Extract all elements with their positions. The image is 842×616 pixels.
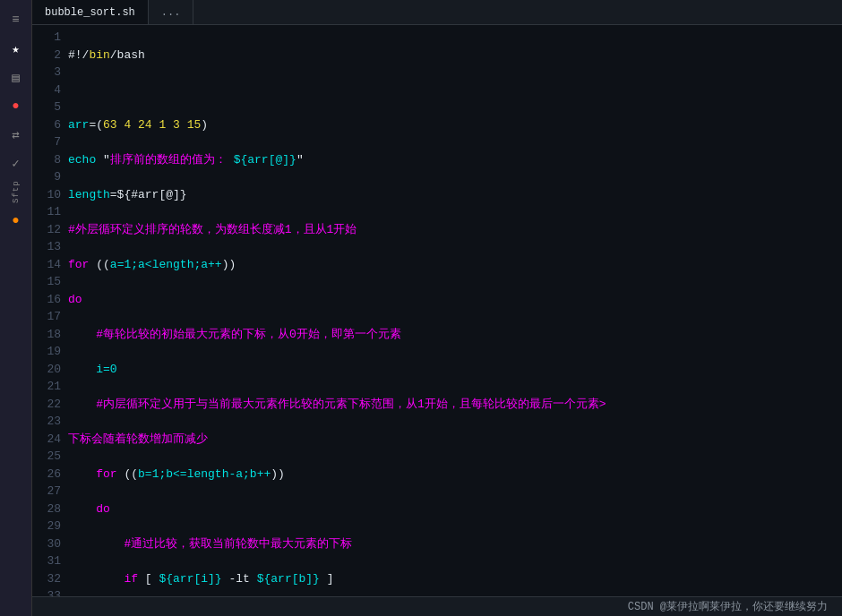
left-sidebar: ≡ ★ ▤ ● ⇄ ✓ Sftp ● xyxy=(0,0,32,616)
line-2 xyxy=(68,81,835,99)
tab-2[interactable]: ... xyxy=(149,0,194,24)
terminal-icon[interactable]: ▤ xyxy=(4,64,29,90)
line-8: do xyxy=(68,291,835,309)
circle-icon[interactable]: ● xyxy=(4,208,29,233)
line-16: if [ ${arr[i]} -lt ${arr[b]} ] xyxy=(68,570,835,588)
line-10: i=0 xyxy=(68,361,835,379)
menu-icon[interactable]: ≡ xyxy=(4,7,29,32)
line-5: length=${#arr[@]} xyxy=(68,186,835,204)
code-content[interactable]: 1 2 3 4 5 6 7 8 9 10 11 12 13 14 15 16 1… xyxy=(32,25,842,596)
transfer-icon[interactable]: ⇄ xyxy=(4,122,29,147)
check-icon[interactable]: ✓ xyxy=(4,150,29,175)
alert-icon[interactable]: ● xyxy=(4,93,29,118)
editor-area: bubble_sort.sh ... 1 2 3 4 5 6 7 8 9 10 … xyxy=(32,0,842,616)
line-12: 下标会随着轮数增加而减少 xyxy=(68,431,835,449)
line-9: #每轮比较的初始最大元素的下标，从0开始，即第一个元素 xyxy=(68,326,835,344)
line-6: #外层循环定义排序的轮数，为数组长度减1，且从1开始 xyxy=(68,221,835,239)
star-icon[interactable]: ★ xyxy=(4,36,29,61)
status-text: CSDN @莱伊拉啊莱伊拉，你还要继续努力 xyxy=(628,599,828,614)
status-bar: CSDN @莱伊拉啊莱伊拉，你还要继续努力 xyxy=(32,596,842,616)
line-11: #内层循环定义用于与当前最大元素作比较的元素下标范围，从1开始，且每轮比较的最后… xyxy=(68,396,835,414)
code-lines: #!/bin/bash arr=(63 4 24 1 3 15) echo "排… xyxy=(68,29,842,593)
line-4: echo "排序前的数组的值为： ${arr[@]}" xyxy=(68,151,835,169)
line-13: for ((b=1;b<=length-a;b++)) xyxy=(68,466,835,483)
line-14: do xyxy=(68,500,835,518)
sftp-label: Sftp xyxy=(4,179,29,204)
line-7: for ((a=1;a<length;a++)) xyxy=(68,256,835,274)
line-numbers: 1 2 3 4 5 6 7 8 9 10 11 12 13 14 15 16 1… xyxy=(32,29,68,593)
line-1: #!/bin/bash xyxy=(68,47,835,64)
tab-bar: bubble_sort.sh ... xyxy=(32,0,842,25)
line-3: arr=(63 4 24 1 3 15) xyxy=(68,116,835,134)
line-15: #通过比较，获取当前轮数中最大元素的下标 xyxy=(68,535,835,553)
tab-1[interactable]: bubble_sort.sh xyxy=(32,0,149,24)
